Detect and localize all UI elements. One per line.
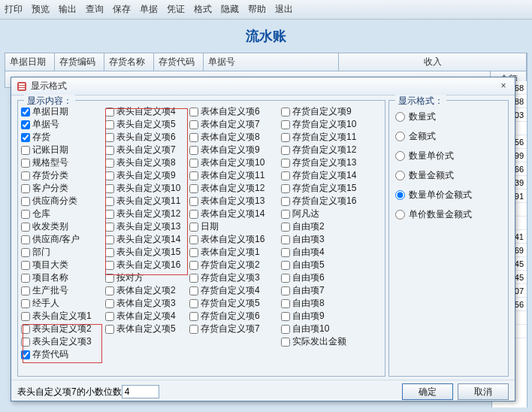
- menu-帮助[interactable]: 帮助: [248, 3, 266, 16]
- close-icon[interactable]: ×: [497, 80, 510, 92]
- field-checkbox[interactable]: 收发类别: [21, 220, 105, 233]
- field-checkbox[interactable]: 经手人: [21, 297, 105, 310]
- col-header[interactable]: 单据号: [204, 53, 339, 71]
- field-checkbox[interactable]: 表头自定义项3: [21, 335, 105, 348]
- field-checkbox[interactable]: 表头自定义项10: [105, 182, 189, 195]
- field-checkbox[interactable]: 自由项6: [281, 271, 373, 284]
- field-checkbox[interactable]: 表头自定义项15: [105, 246, 189, 259]
- field-checkbox[interactable]: 自由项10: [281, 323, 373, 335]
- field-checkbox[interactable]: 自由项9: [281, 310, 373, 323]
- field-checkbox[interactable]: 客户分类: [21, 182, 105, 195]
- field-checkbox[interactable]: 存货自定义项12: [281, 144, 373, 156]
- field-checkbox[interactable]: 存货自定义项11: [281, 131, 373, 144]
- field-checkbox[interactable]: 自由项3: [281, 233, 373, 246]
- cancel-button[interactable]: 取消: [458, 383, 509, 400]
- field-checkbox[interactable]: 存货自定义项16: [281, 195, 373, 208]
- field-checkbox[interactable]: 表体自定义项13: [189, 195, 281, 208]
- field-checkbox[interactable]: 表头自定义项14: [105, 233, 189, 246]
- format-radio[interactable]: 数量金额式: [395, 165, 502, 185]
- field-checkbox[interactable]: 表体自定义项6: [189, 105, 281, 118]
- field-checkbox[interactable]: 自由项7: [281, 284, 373, 297]
- field-checkbox[interactable]: 存货分类: [21, 169, 105, 182]
- field-checkbox[interactable]: 记账日期: [21, 144, 105, 156]
- field-checkbox[interactable]: 表体自定义项16: [189, 233, 281, 246]
- field-checkbox[interactable]: 表头自定义项6: [105, 131, 189, 144]
- field-checkbox[interactable]: 存货自定义项2: [189, 259, 281, 271]
- field-checkbox[interactable]: 存货自定义项3: [189, 271, 281, 284]
- field-checkbox[interactable]: 表头自定义项9: [105, 169, 189, 182]
- field-checkbox[interactable]: 表体自定义项10: [189, 156, 281, 169]
- field-checkbox[interactable]: 供应商/客户: [21, 233, 105, 246]
- field-checkbox[interactable]: 表体自定义项3: [105, 297, 189, 310]
- col-header[interactable]: 存货名称: [104, 53, 154, 71]
- field-checkbox[interactable]: 表体自定义项12: [189, 182, 281, 195]
- field-checkbox[interactable]: 表体自定义项8: [189, 131, 281, 144]
- ok-button[interactable]: 确定: [402, 383, 453, 400]
- field-checkbox[interactable]: 表头自定义项2: [21, 323, 105, 335]
- field-checkbox[interactable]: 表头自定义项1: [21, 310, 105, 323]
- field-checkbox[interactable]: 表头自定义项8: [105, 156, 189, 169]
- menu-保存[interactable]: 保存: [113, 3, 131, 16]
- field-checkbox[interactable]: 存货代码: [21, 348, 105, 361]
- format-radio[interactable]: 数量单价式: [395, 146, 502, 165]
- field-checkbox[interactable]: 项目名称: [21, 271, 105, 284]
- field-checkbox[interactable]: 存货自定义项13: [281, 156, 373, 169]
- field-checkbox[interactable]: 供应商分类: [21, 195, 105, 208]
- field-checkbox[interactable]: 表体自定义项4: [105, 310, 189, 323]
- field-checkbox[interactable]: 表体自定义项1: [189, 246, 281, 259]
- field-checkbox[interactable]: 表体自定义项2: [105, 284, 189, 297]
- menu-打印[interactable]: 打印: [5, 3, 23, 16]
- menu-格式[interactable]: 格式: [194, 3, 212, 16]
- field-checkbox[interactable]: 表头自定义项7: [105, 144, 189, 156]
- field-checkbox[interactable]: 表体自定义项11: [189, 169, 281, 182]
- field-checkbox[interactable]: 存货: [21, 131, 105, 144]
- field-checkbox[interactable]: 表头自定义项4: [105, 105, 189, 118]
- field-checkbox[interactable]: 按对方: [105, 271, 189, 284]
- field-checkbox[interactable]: 表头自定义项12: [105, 208, 189, 220]
- col-header[interactable]: 存货代码: [154, 53, 204, 71]
- menu-隐藏[interactable]: 隐藏: [221, 3, 239, 16]
- field-checkbox[interactable]: 存货自定义项7: [189, 323, 281, 335]
- field-checkbox[interactable]: 自由项2: [281, 220, 373, 233]
- field-checkbox[interactable]: 日期: [189, 220, 281, 233]
- col-header[interactable]: 单据日期: [5, 53, 55, 71]
- field-checkbox[interactable]: 表体自定义项5: [105, 323, 189, 335]
- field-checkbox[interactable]: 生产批号: [21, 284, 105, 297]
- field-checkbox[interactable]: 项目大类: [21, 259, 105, 271]
- field-checkbox[interactable]: 存货自定义项15: [281, 182, 373, 195]
- menu-查询[interactable]: 查询: [86, 3, 104, 16]
- menu-凭证[interactable]: 凭证: [167, 3, 185, 16]
- field-checkbox[interactable]: 实际发出金额: [281, 335, 373, 348]
- field-checkbox[interactable]: 自由项4: [281, 246, 373, 259]
- menu-单据[interactable]: 单据: [140, 3, 158, 16]
- field-checkbox[interactable]: 表头自定义项5: [105, 118, 189, 131]
- decimal-input[interactable]: [122, 385, 159, 398]
- col-header[interactable]: 收入: [339, 53, 527, 71]
- field-checkbox[interactable]: 存货自定义项9: [281, 105, 373, 118]
- field-checkbox[interactable]: 存货自定义项10: [281, 118, 373, 131]
- field-checkbox[interactable]: 自由项5: [281, 259, 373, 271]
- format-radio[interactable]: 单价数量金额式: [395, 204, 502, 224]
- field-checkbox[interactable]: 存货自定义项6: [189, 310, 281, 323]
- format-radio[interactable]: 数量单价金额式: [395, 185, 502, 204]
- field-checkbox[interactable]: 单据号: [21, 118, 105, 131]
- field-checkbox[interactable]: 存货自定义项5: [189, 297, 281, 310]
- field-checkbox[interactable]: 表头自定义项16: [105, 259, 189, 271]
- field-checkbox[interactable]: 规格型号: [21, 156, 105, 169]
- field-checkbox[interactable]: 表头自定义项13: [105, 220, 189, 233]
- field-checkbox[interactable]: 表体自定义项14: [189, 208, 281, 220]
- field-checkbox[interactable]: 存货自定义项4: [189, 284, 281, 297]
- col-header[interactable]: 存货编码: [55, 53, 104, 71]
- field-checkbox[interactable]: 部门: [21, 246, 105, 259]
- field-checkbox[interactable]: 阿凡达: [281, 208, 373, 220]
- field-checkbox[interactable]: 表体自定义项7: [189, 118, 281, 131]
- field-checkbox[interactable]: 自由项8: [281, 297, 373, 310]
- field-checkbox[interactable]: 表体自定义项9: [189, 144, 281, 156]
- menu-退出[interactable]: 退出: [275, 3, 293, 16]
- format-radio[interactable]: 金额式: [395, 126, 502, 146]
- field-checkbox[interactable]: 表头自定义项11: [105, 195, 189, 208]
- menu-预览[interactable]: 预览: [32, 3, 50, 16]
- field-checkbox[interactable]: 仓库: [21, 208, 105, 220]
- menu-输出[interactable]: 输出: [59, 3, 77, 16]
- field-checkbox[interactable]: 存货自定义项14: [281, 169, 373, 182]
